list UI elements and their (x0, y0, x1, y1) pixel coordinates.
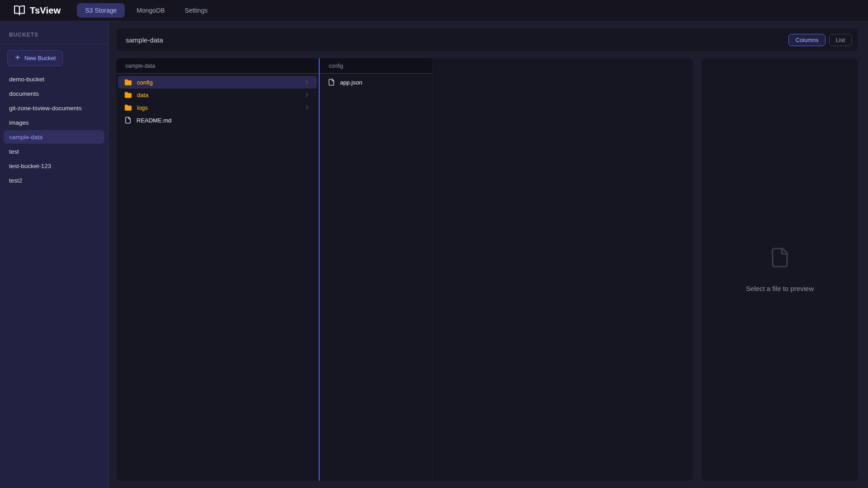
row-label: config (137, 79, 153, 86)
buckets-section-label: BUCKETS (0, 21, 108, 44)
row-label: app.json (340, 79, 362, 86)
column-header: config (320, 58, 432, 74)
bucket-label: sample-data (9, 134, 42, 141)
column-panel-config: configapp.json (320, 58, 433, 481)
plus-icon (14, 54, 21, 62)
column-panel-sample-data: sample-dataconfigdatalogsREADME.md (116, 58, 320, 481)
column-rows: configdatalogsREADME.md (116, 74, 319, 129)
sidebar-bucket-test-bucket-123[interactable]: test-bucket-123 (4, 159, 104, 173)
row-label: README.md (137, 117, 171, 124)
bucket-label: test2 (9, 177, 22, 184)
row-label: logs (137, 104, 148, 111)
chevron-right-icon (303, 79, 311, 86)
bucket-label: images (9, 119, 29, 126)
sidebar-bucket-test[interactable]: test (4, 145, 104, 158)
nav-tab-settings[interactable]: Settings (177, 3, 216, 18)
bucket-label: test (9, 148, 19, 155)
sidebar-bucket-demo-bucket[interactable]: demo-bucket (4, 72, 104, 86)
content-row: sample-dataconfigdatalogsREADME.mdconfig… (116, 58, 858, 481)
column-rows: app.json (320, 74, 432, 91)
body-row: BUCKETS New Bucket demo-bucketdocumentsg… (0, 21, 868, 488)
sidebar-bucket-sample-data[interactable]: sample-data (4, 130, 104, 144)
page-title: sample-data (126, 36, 163, 44)
file-icon (124, 117, 132, 124)
file-row-app-json[interactable]: app.json (321, 76, 430, 89)
folder-icon (124, 79, 132, 86)
row-label: data (137, 92, 148, 99)
folder-icon (124, 104, 132, 112)
main-content: sample-data ColumnsList sample-dataconfi… (108, 21, 868, 488)
nav-tab-mongodb[interactable]: MongoDB (128, 3, 173, 18)
view-button-columns[interactable]: Columns (788, 34, 825, 46)
bucket-list: demo-bucketdocumentsgit-zone-tsview-docu… (0, 70, 108, 189)
sidebar-bucket-documents[interactable]: documents (4, 87, 104, 100)
view-toggle: ColumnsList (788, 34, 852, 46)
bucket-label: test-bucket-123 (9, 163, 51, 169)
file-row-readme-md[interactable]: README.md (118, 114, 317, 127)
preview-panel: Select a file to preview (702, 58, 858, 481)
view-button-list[interactable]: List (829, 34, 852, 46)
topbar: TsView S3 StorageMongoDBSettings (0, 0, 868, 21)
app-title: TsView (30, 5, 61, 16)
sidebar-bucket-images[interactable]: images (4, 116, 104, 129)
nav-tab-s3-storage[interactable]: S3 Storage (77, 3, 125, 18)
preview-placeholder: Select a file to preview (746, 285, 814, 292)
folder-row-config[interactable]: config (118, 76, 317, 89)
app-logo: TsView (14, 5, 61, 16)
sidebar: BUCKETS New Bucket demo-bucketdocumentsg… (0, 21, 108, 488)
column-header: sample-data (116, 58, 319, 74)
new-bucket-label: New Bucket (24, 55, 56, 61)
main-nav: S3 StorageMongoDBSettings (77, 3, 216, 18)
app-root: TsView S3 StorageMongoDBSettings BUCKETS… (0, 0, 868, 488)
bucket-label: git-zone-tsview-documents (9, 105, 82, 112)
bucket-label: demo-bucket (9, 76, 44, 83)
folder-icon (124, 91, 132, 99)
bucket-header-bar: sample-data ColumnsList (116, 28, 858, 51)
new-bucket-wrap: New Bucket (0, 44, 108, 70)
sidebar-bucket-test2[interactable]: test2 (4, 174, 104, 187)
file-icon (328, 79, 335, 86)
column-browser: sample-dataconfigdatalogsREADME.mdconfig… (116, 58, 693, 481)
file-preview-icon (769, 247, 791, 270)
bucket-label: documents (9, 90, 39, 97)
book-open-icon (14, 5, 25, 16)
folder-row-logs[interactable]: logs (118, 101, 317, 114)
sidebar-bucket-git-zone-tsview-documents[interactable]: git-zone-tsview-documents (4, 101, 104, 115)
new-bucket-button[interactable]: New Bucket (7, 50, 63, 66)
chevron-right-icon (303, 104, 311, 111)
folder-row-data[interactable]: data (118, 89, 317, 101)
chevron-right-icon (303, 91, 311, 99)
